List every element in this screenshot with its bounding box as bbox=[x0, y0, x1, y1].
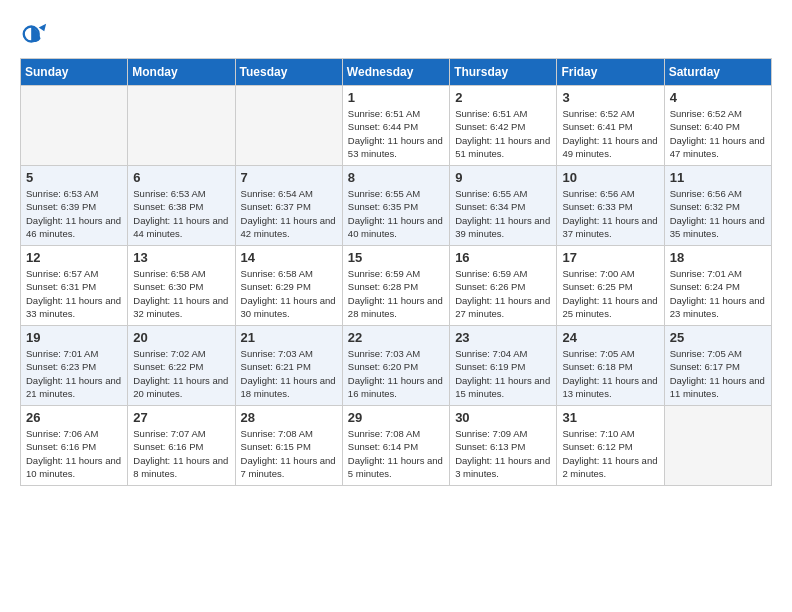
day-number: 14 bbox=[241, 250, 337, 265]
calendar-cell bbox=[128, 86, 235, 166]
day-number: 30 bbox=[455, 410, 551, 425]
day-info: Sunrise: 7:07 AMSunset: 6:16 PMDaylight:… bbox=[133, 427, 229, 480]
day-number: 5 bbox=[26, 170, 122, 185]
calendar-cell: 24Sunrise: 7:05 AMSunset: 6:18 PMDayligh… bbox=[557, 326, 664, 406]
day-info: Sunrise: 7:01 AMSunset: 6:24 PMDaylight:… bbox=[670, 267, 766, 320]
day-info: Sunrise: 6:58 AMSunset: 6:30 PMDaylight:… bbox=[133, 267, 229, 320]
day-info: Sunrise: 6:52 AMSunset: 6:41 PMDaylight:… bbox=[562, 107, 658, 160]
calendar-cell: 22Sunrise: 7:03 AMSunset: 6:20 PMDayligh… bbox=[342, 326, 449, 406]
calendar-cell: 31Sunrise: 7:10 AMSunset: 6:12 PMDayligh… bbox=[557, 406, 664, 486]
day-info: Sunrise: 7:00 AMSunset: 6:25 PMDaylight:… bbox=[562, 267, 658, 320]
day-info: Sunrise: 6:58 AMSunset: 6:29 PMDaylight:… bbox=[241, 267, 337, 320]
calendar-cell: 21Sunrise: 7:03 AMSunset: 6:21 PMDayligh… bbox=[235, 326, 342, 406]
calendar-cell: 5Sunrise: 6:53 AMSunset: 6:39 PMDaylight… bbox=[21, 166, 128, 246]
calendar-cell bbox=[21, 86, 128, 166]
day-number: 19 bbox=[26, 330, 122, 345]
weekday-header-monday: Monday bbox=[128, 59, 235, 86]
day-number: 7 bbox=[241, 170, 337, 185]
day-number: 28 bbox=[241, 410, 337, 425]
page-header bbox=[20, 20, 772, 48]
day-number: 25 bbox=[670, 330, 766, 345]
calendar-cell: 7Sunrise: 6:54 AMSunset: 6:37 PMDaylight… bbox=[235, 166, 342, 246]
calendar-cell: 1Sunrise: 6:51 AMSunset: 6:44 PMDaylight… bbox=[342, 86, 449, 166]
calendar-cell: 29Sunrise: 7:08 AMSunset: 6:14 PMDayligh… bbox=[342, 406, 449, 486]
day-number: 22 bbox=[348, 330, 444, 345]
day-number: 20 bbox=[133, 330, 229, 345]
day-number: 18 bbox=[670, 250, 766, 265]
calendar-cell: 16Sunrise: 6:59 AMSunset: 6:26 PMDayligh… bbox=[450, 246, 557, 326]
day-info: Sunrise: 6:52 AMSunset: 6:40 PMDaylight:… bbox=[670, 107, 766, 160]
calendar-week-row: 12Sunrise: 6:57 AMSunset: 6:31 PMDayligh… bbox=[21, 246, 772, 326]
day-number: 16 bbox=[455, 250, 551, 265]
day-info: Sunrise: 6:55 AMSunset: 6:35 PMDaylight:… bbox=[348, 187, 444, 240]
day-info: Sunrise: 6:59 AMSunset: 6:26 PMDaylight:… bbox=[455, 267, 551, 320]
day-number: 6 bbox=[133, 170, 229, 185]
day-info: Sunrise: 7:02 AMSunset: 6:22 PMDaylight:… bbox=[133, 347, 229, 400]
calendar-cell: 26Sunrise: 7:06 AMSunset: 6:16 PMDayligh… bbox=[21, 406, 128, 486]
day-number: 31 bbox=[562, 410, 658, 425]
calendar-cell: 15Sunrise: 6:59 AMSunset: 6:28 PMDayligh… bbox=[342, 246, 449, 326]
calendar-cell bbox=[235, 86, 342, 166]
day-info: Sunrise: 7:05 AMSunset: 6:18 PMDaylight:… bbox=[562, 347, 658, 400]
calendar-cell: 17Sunrise: 7:00 AMSunset: 6:25 PMDayligh… bbox=[557, 246, 664, 326]
calendar-cell: 19Sunrise: 7:01 AMSunset: 6:23 PMDayligh… bbox=[21, 326, 128, 406]
day-info: Sunrise: 6:54 AMSunset: 6:37 PMDaylight:… bbox=[241, 187, 337, 240]
day-number: 12 bbox=[26, 250, 122, 265]
calendar-week-row: 5Sunrise: 6:53 AMSunset: 6:39 PMDaylight… bbox=[21, 166, 772, 246]
logo bbox=[20, 20, 52, 48]
calendar-body: 1Sunrise: 6:51 AMSunset: 6:44 PMDaylight… bbox=[21, 86, 772, 486]
calendar-week-row: 19Sunrise: 7:01 AMSunset: 6:23 PMDayligh… bbox=[21, 326, 772, 406]
day-info: Sunrise: 7:03 AMSunset: 6:20 PMDaylight:… bbox=[348, 347, 444, 400]
day-number: 8 bbox=[348, 170, 444, 185]
day-info: Sunrise: 6:53 AMSunset: 6:39 PMDaylight:… bbox=[26, 187, 122, 240]
day-info: Sunrise: 6:56 AMSunset: 6:32 PMDaylight:… bbox=[670, 187, 766, 240]
calendar-cell: 8Sunrise: 6:55 AMSunset: 6:35 PMDaylight… bbox=[342, 166, 449, 246]
weekday-header-thursday: Thursday bbox=[450, 59, 557, 86]
day-number: 17 bbox=[562, 250, 658, 265]
day-number: 26 bbox=[26, 410, 122, 425]
day-info: Sunrise: 7:10 AMSunset: 6:12 PMDaylight:… bbox=[562, 427, 658, 480]
day-info: Sunrise: 6:57 AMSunset: 6:31 PMDaylight:… bbox=[26, 267, 122, 320]
calendar-cell: 30Sunrise: 7:09 AMSunset: 6:13 PMDayligh… bbox=[450, 406, 557, 486]
calendar-week-row: 26Sunrise: 7:06 AMSunset: 6:16 PMDayligh… bbox=[21, 406, 772, 486]
day-number: 23 bbox=[455, 330, 551, 345]
calendar-cell: 12Sunrise: 6:57 AMSunset: 6:31 PMDayligh… bbox=[21, 246, 128, 326]
day-number: 10 bbox=[562, 170, 658, 185]
day-number: 2 bbox=[455, 90, 551, 105]
calendar-cell: 28Sunrise: 7:08 AMSunset: 6:15 PMDayligh… bbox=[235, 406, 342, 486]
calendar-week-row: 1Sunrise: 6:51 AMSunset: 6:44 PMDaylight… bbox=[21, 86, 772, 166]
day-number: 9 bbox=[455, 170, 551, 185]
calendar-cell: 13Sunrise: 6:58 AMSunset: 6:30 PMDayligh… bbox=[128, 246, 235, 326]
calendar-cell: 11Sunrise: 6:56 AMSunset: 6:32 PMDayligh… bbox=[664, 166, 771, 246]
weekday-header-sunday: Sunday bbox=[21, 59, 128, 86]
calendar-cell bbox=[664, 406, 771, 486]
calendar-cell: 25Sunrise: 7:05 AMSunset: 6:17 PMDayligh… bbox=[664, 326, 771, 406]
day-number: 15 bbox=[348, 250, 444, 265]
day-number: 29 bbox=[348, 410, 444, 425]
day-info: Sunrise: 7:04 AMSunset: 6:19 PMDaylight:… bbox=[455, 347, 551, 400]
day-number: 11 bbox=[670, 170, 766, 185]
calendar-header: SundayMondayTuesdayWednesdayThursdayFrid… bbox=[21, 59, 772, 86]
day-number: 1 bbox=[348, 90, 444, 105]
day-info: Sunrise: 6:51 AMSunset: 6:44 PMDaylight:… bbox=[348, 107, 444, 160]
weekday-header-wednesday: Wednesday bbox=[342, 59, 449, 86]
calendar-cell: 10Sunrise: 6:56 AMSunset: 6:33 PMDayligh… bbox=[557, 166, 664, 246]
weekday-header-friday: Friday bbox=[557, 59, 664, 86]
day-info: Sunrise: 6:59 AMSunset: 6:28 PMDaylight:… bbox=[348, 267, 444, 320]
calendar-cell: 20Sunrise: 7:02 AMSunset: 6:22 PMDayligh… bbox=[128, 326, 235, 406]
weekday-header-tuesday: Tuesday bbox=[235, 59, 342, 86]
day-info: Sunrise: 7:08 AMSunset: 6:14 PMDaylight:… bbox=[348, 427, 444, 480]
calendar-cell: 3Sunrise: 6:52 AMSunset: 6:41 PMDaylight… bbox=[557, 86, 664, 166]
logo-icon bbox=[20, 20, 48, 48]
day-info: Sunrise: 7:03 AMSunset: 6:21 PMDaylight:… bbox=[241, 347, 337, 400]
day-info: Sunrise: 7:05 AMSunset: 6:17 PMDaylight:… bbox=[670, 347, 766, 400]
calendar-cell: 18Sunrise: 7:01 AMSunset: 6:24 PMDayligh… bbox=[664, 246, 771, 326]
calendar-cell: 4Sunrise: 6:52 AMSunset: 6:40 PMDaylight… bbox=[664, 86, 771, 166]
calendar-cell: 14Sunrise: 6:58 AMSunset: 6:29 PMDayligh… bbox=[235, 246, 342, 326]
calendar-cell: 27Sunrise: 7:07 AMSunset: 6:16 PMDayligh… bbox=[128, 406, 235, 486]
day-number: 4 bbox=[670, 90, 766, 105]
calendar-cell: 23Sunrise: 7:04 AMSunset: 6:19 PMDayligh… bbox=[450, 326, 557, 406]
day-info: Sunrise: 7:09 AMSunset: 6:13 PMDaylight:… bbox=[455, 427, 551, 480]
day-info: Sunrise: 6:56 AMSunset: 6:33 PMDaylight:… bbox=[562, 187, 658, 240]
day-number: 13 bbox=[133, 250, 229, 265]
